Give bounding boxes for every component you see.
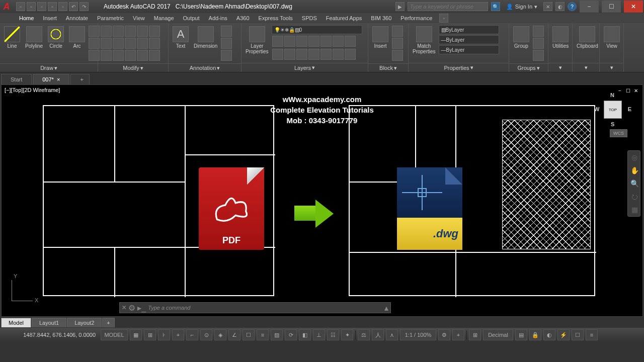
utilities-button[interactable]: Utilities	[550, 25, 571, 50]
polar-icon[interactable]: ⊙	[200, 329, 212, 340]
panel-view[interactable]: ▾	[600, 63, 623, 72]
tab-insert[interactable]: Insert	[39, 14, 61, 22]
tab-a360[interactable]: A360	[232, 14, 254, 22]
fillet-icon[interactable]	[125, 38, 136, 49]
units-icon[interactable]: ⊞	[469, 329, 481, 340]
anno-icon[interactable]	[221, 26, 232, 37]
panel-clipboard[interactable]: ▾	[573, 63, 599, 72]
insert-block-button[interactable]: Insert	[370, 25, 390, 50]
anno-auto-icon[interactable]: ⋏	[386, 329, 398, 340]
layer-tool-icon[interactable]	[296, 36, 307, 47]
layer-tool-icon[interactable]	[345, 49, 356, 60]
layer-tool-icon[interactable]	[272, 49, 283, 60]
group-button[interactable]: Group	[511, 25, 531, 50]
layout-tab-add[interactable]: +	[102, 318, 114, 327]
viewport-label[interactable]: [−][Top][2D Wireframe]	[5, 87, 60, 93]
maximize-button[interactable]: ☐	[602, 1, 621, 13]
layer-properties-button[interactable]: Layer Properties	[244, 25, 271, 55]
lineweight-selector[interactable]: — ByLayer	[439, 35, 499, 44]
panel-layers[interactable]: Layers ▾	[242, 63, 368, 72]
qat-undo-icon[interactable]: ↶	[69, 2, 78, 11]
wcs-label[interactable]: WCS	[610, 129, 627, 137]
modify-icon[interactable]	[149, 50, 160, 61]
group-tool-icon[interactable]	[533, 50, 544, 61]
panel-utilities[interactable]: ▾	[548, 63, 572, 72]
color-selector[interactable]: ▨ ByLayer	[439, 25, 499, 34]
polyline-button[interactable]: Polyline	[23, 25, 45, 50]
cmd-customize-icon[interactable]: ⚙	[128, 303, 135, 313]
nav-zoom-icon[interactable]: 🔍	[628, 177, 641, 190]
layer-tool-icon[interactable]	[308, 36, 319, 47]
group-tool-icon[interactable]	[533, 26, 544, 37]
view-button[interactable]: View	[602, 25, 622, 50]
tab-home[interactable]: Home	[15, 14, 38, 22]
tab-manage[interactable]: Manage	[150, 14, 178, 22]
trim-icon[interactable]	[125, 26, 136, 37]
cycling-icon[interactable]: ⟳	[285, 329, 297, 340]
help-icon[interactable]: ?	[568, 2, 577, 11]
grid-icon[interactable]: ▦	[130, 329, 142, 340]
cleanscreen-icon[interactable]: ☐	[572, 329, 584, 340]
panel-draw[interactable]: Draw ▾	[0, 63, 98, 72]
isolate-icon[interactable]: ◐	[543, 329, 555, 340]
linetype-selector[interactable]: — ByLayer	[439, 45, 499, 54]
layer-tool-icon[interactable]	[296, 49, 307, 60]
block-tool-icon[interactable]	[392, 26, 403, 37]
offset-icon[interactable]	[137, 50, 148, 61]
ortho-icon[interactable]: ⌐	[186, 329, 198, 340]
tab-featured[interactable]: Featured Apps	[322, 14, 366, 22]
layer-tool-icon[interactable]	[345, 36, 356, 47]
signin-button[interactable]: 👤Sign In▾	[503, 4, 540, 10]
minimize-button[interactable]: −	[580, 1, 599, 13]
viewcube-top[interactable]: TOP	[604, 101, 622, 119]
quickprop-icon[interactable]: ▤	[515, 329, 527, 340]
a360-icon[interactable]: ◐	[555, 2, 565, 11]
annoscale-icon[interactable]: ⚖	[358, 329, 370, 340]
tab-output[interactable]: Output	[179, 14, 204, 22]
cmd-close-icon[interactable]: ×	[122, 303, 126, 312]
layer-tool-icon[interactable]	[320, 49, 332, 60]
ribbon-collapse-icon[interactable]: ▫	[439, 14, 448, 23]
tab-bim360[interactable]: BIM 360	[367, 14, 395, 22]
layer-tool-icon[interactable]	[320, 36, 332, 47]
isodraft-icon[interactable]: ◈	[214, 329, 226, 340]
tab-view[interactable]: View	[129, 14, 149, 22]
anno-monitor-icon[interactable]: +	[452, 329, 464, 340]
circle-button[interactable]: Circle	[46, 25, 66, 50]
tab-performance[interactable]: Performance	[396, 14, 436, 22]
tab-addins[interactable]: Add-ins	[205, 14, 231, 22]
layout-tab-2[interactable]: Layout2	[67, 318, 102, 327]
stretch-icon[interactable]	[101, 50, 112, 61]
doc-tab-file[interactable]: 007* ×	[33, 74, 69, 84]
3dosnap-icon[interactable]: ◧	[299, 329, 311, 340]
text-button[interactable]: AText	[171, 25, 191, 50]
osnap-track-icon[interactable]: ∠	[228, 329, 240, 340]
group-tool-icon[interactable]	[533, 38, 544, 49]
cmd-expand-icon[interactable]: ▴	[384, 303, 388, 313]
explode-icon[interactable]	[137, 38, 148, 49]
nav-orbit-icon[interactable]: ⭮	[628, 190, 641, 203]
match-properties-button[interactable]: Match Properties	[411, 25, 438, 55]
layer-tool-icon[interactable]	[284, 49, 295, 60]
canvas-close-icon[interactable]: ✕	[632, 87, 639, 94]
viewcube[interactable]: N S E W TOP	[596, 93, 629, 126]
nav-wheel-icon[interactable]: ◎	[628, 151, 641, 164]
move-icon[interactable]	[101, 26, 112, 37]
nav-showmotion-icon[interactable]: ▦	[628, 203, 641, 216]
panel-properties[interactable]: Properties ▾	[409, 63, 509, 72]
anno-icon[interactable]	[221, 38, 232, 49]
layer-selector[interactable]: 💡☀❄🔒▨ 0	[272, 25, 362, 34]
doc-tab-start[interactable]: Start	[1, 74, 32, 84]
lockui-icon[interactable]: 🔒	[529, 329, 541, 340]
dynamic-input-icon[interactable]: +	[172, 329, 184, 340]
qat-open-icon[interactable]: ▫	[27, 2, 36, 11]
command-input[interactable]: Type a command	[148, 305, 382, 311]
dynucs-icon[interactable]: ⊥	[313, 329, 325, 340]
anno-vis-icon[interactable]: 人	[372, 329, 384, 340]
exchange-icon[interactable]: ✕	[543, 2, 552, 11]
units-selector[interactable]: Decimal	[483, 329, 513, 340]
qat-redo-icon[interactable]: ↷	[79, 2, 89, 11]
mirror-icon[interactable]	[113, 38, 124, 49]
help-search-input[interactable]	[408, 2, 488, 11]
modify-icon[interactable]	[149, 38, 160, 49]
